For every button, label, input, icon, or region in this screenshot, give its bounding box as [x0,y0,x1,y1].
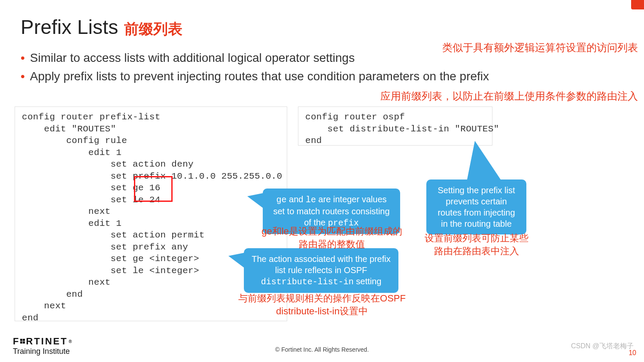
highlight-ge-le [134,176,173,202]
logo-o-icon [20,338,26,344]
brand-sub: Training Institute [13,347,73,356]
brand-main: FRTINET® [13,336,73,347]
bullet-dot-icon: • [21,49,25,67]
slide-body: Prefix Lists 前缀列表 • Similar to access li… [0,0,644,362]
mono-ge: ge [276,195,286,205]
mono-le: le [306,195,316,205]
callout-text: Setting the prefix list prevents certain… [437,186,515,228]
red-note-3: 设置前缀列表可防止某些路由在路由表中注入 [421,232,532,257]
callout-text: and [286,195,305,204]
code-block-ospf: config router ospf set distribute-list-i… [298,106,492,146]
callout-text: The action associated with the prefix li… [252,254,391,275]
footer: © Fortinet Inc. All Rights Reserved. [0,337,644,362]
callout-setting: Setting the prefix list prevents certain… [426,179,526,234]
red-note-1: ge和le是设置为匹配由前缀组成的路由器的整数值 [252,225,411,250]
page-title: Prefix Lists [21,15,118,39]
bullet-item: • Apply prefix lists to prevent injectin… [21,67,623,85]
bullet-text: Similar to access lists with additional … [30,49,355,67]
title-row: Prefix Lists 前缀列表 [21,15,623,39]
mono-distribute: distribute-list-in [261,277,354,287]
red-note-2: 与前缀列表规则相关的操作反映在OSPFdistribute-list-in设置中 [236,292,408,317]
callout-text: setting [354,277,381,286]
bullet-text: Apply prefix lists to prevent injecting … [30,67,489,85]
annotation-right-2: 应用前缀列表，以防止在前缀上使用条件参数的路由注入 [380,89,638,103]
callout-action: The action associated with the prefix li… [244,248,398,293]
watermark-text: CSDN @飞塔老梅子 [571,342,634,351]
copyright-text: © Fortinet Inc. All Rights Reserved. [275,346,369,353]
bullet-dot-icon: • [21,67,25,85]
brand-logo: FRTINET® Training Institute [13,336,73,356]
code-text: config router ospf set distribute-list-i… [305,111,485,147]
registered-icon: ® [69,339,73,344]
annotation-right-1: 类似于具有额外逻辑运算符设置的访问列表 [442,41,638,55]
page-title-zh: 前缀列表 [124,19,182,39]
